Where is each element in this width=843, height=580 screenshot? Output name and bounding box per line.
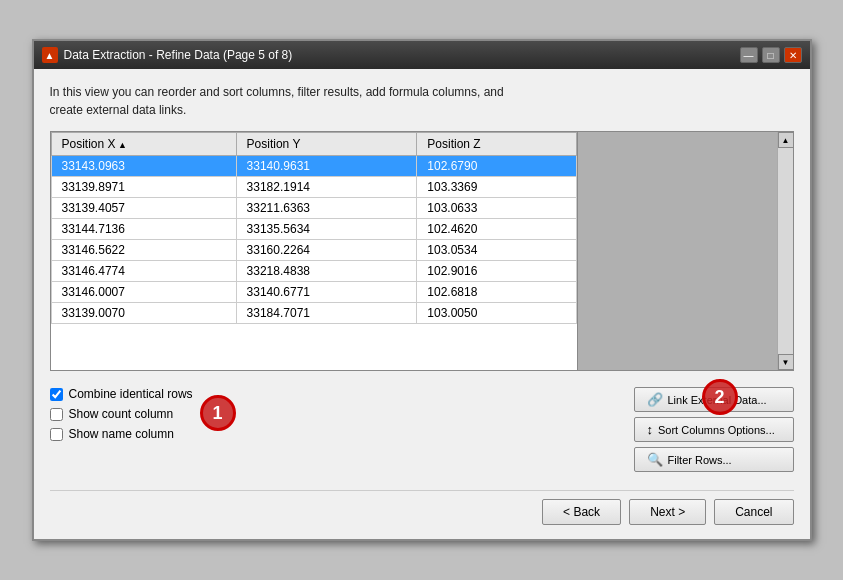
col-header-position-y[interactable]: Position Y xyxy=(236,133,417,156)
filter-rows-button[interactable]: 🔍 Filter Rows... xyxy=(634,447,794,472)
cell-r7-c1: 33184.7071 xyxy=(236,303,417,324)
link-icon: 🔗 xyxy=(647,392,663,407)
cell-r2-c0: 33139.4057 xyxy=(51,198,236,219)
cell-r2-c1: 33211.6363 xyxy=(236,198,417,219)
combine-identical-rows-label: Combine identical rows xyxy=(69,387,193,401)
right-buttons-group: 🔗 Link External Data... ↕ Sort Columns O… xyxy=(634,387,794,472)
checkboxes-group: Combine identical rows Show count column… xyxy=(50,387,193,441)
table-row[interactable]: 33146.562233160.2264103.0534 xyxy=(51,240,576,261)
titlebar: ▲ Data Extraction - Refine Data (Page 5 … xyxy=(34,41,810,69)
table-row[interactable]: 33139.007033184.7071103.0050 xyxy=(51,303,576,324)
cell-r3-c2: 102.4620 xyxy=(417,219,576,240)
empty-columns-area xyxy=(577,132,777,370)
app-icon: ▲ xyxy=(42,47,58,63)
combine-identical-rows-item[interactable]: Combine identical rows xyxy=(50,387,193,401)
description-line1: In this view you can reorder and sort co… xyxy=(50,83,794,101)
close-button[interactable]: ✕ xyxy=(784,47,802,63)
window-title: Data Extraction - Refine Data (Page 5 of… xyxy=(64,48,293,62)
next-button[interactable]: Next > xyxy=(629,499,706,525)
show-count-column-label: Show count column xyxy=(69,407,174,421)
titlebar-left: ▲ Data Extraction - Refine Data (Page 5 … xyxy=(42,47,293,63)
sort-icon: ↕ xyxy=(647,422,654,437)
sort-columns-label: Sort Columns Options... xyxy=(658,424,775,436)
show-count-column-checkbox[interactable] xyxy=(50,408,63,421)
maximize-button[interactable]: □ xyxy=(762,47,780,63)
cell-r1-c2: 103.3369 xyxy=(417,177,576,198)
cell-r2-c2: 103.0633 xyxy=(417,198,576,219)
cell-r7-c0: 33139.0070 xyxy=(51,303,236,324)
table-row[interactable]: 33139.897133182.1914103.3369 xyxy=(51,177,576,198)
table-row[interactable]: 33146.477433218.4838102.9016 xyxy=(51,261,576,282)
show-count-column-item[interactable]: Show count column xyxy=(50,407,193,421)
main-window: ▲ Data Extraction - Refine Data (Page 5 … xyxy=(32,39,812,541)
link-external-data-label: Link External Data... xyxy=(668,394,767,406)
scroll-down-button[interactable]: ▼ xyxy=(778,354,794,370)
cell-r0-c1: 33140.9631 xyxy=(236,156,417,177)
scroll-up-button[interactable]: ▲ xyxy=(778,132,794,148)
cell-r4-c1: 33160.2264 xyxy=(236,240,417,261)
minimize-button[interactable]: — xyxy=(740,47,758,63)
cell-r0-c2: 102.6790 xyxy=(417,156,576,177)
table-row[interactable]: 33139.405733211.6363103.0633 xyxy=(51,198,576,219)
cell-r4-c2: 103.0534 xyxy=(417,240,576,261)
data-table: Position X Position Y Position Z 33143.0… xyxy=(51,132,577,324)
back-button[interactable]: < Back xyxy=(542,499,621,525)
show-name-column-item[interactable]: Show name column xyxy=(50,427,193,441)
cell-r0-c0: 33143.0963 xyxy=(51,156,236,177)
cell-r6-c2: 102.6818 xyxy=(417,282,576,303)
navigation-buttons: < Back Next > Cancel xyxy=(50,490,794,525)
filter-icon: 🔍 xyxy=(647,452,663,467)
cell-r6-c1: 33140.6771 xyxy=(236,282,417,303)
filter-rows-label: Filter Rows... xyxy=(668,454,732,466)
table-header-row: Position X Position Y Position Z xyxy=(51,133,576,156)
combine-identical-rows-checkbox[interactable] xyxy=(50,388,63,401)
cell-r1-c1: 33182.1914 xyxy=(236,177,417,198)
footer-area: Combine identical rows Show count column… xyxy=(50,383,794,476)
checkboxes-wrapper: Combine identical rows Show count column… xyxy=(50,387,193,441)
col-header-position-x[interactable]: Position X xyxy=(51,133,236,156)
cell-r6-c0: 33146.0007 xyxy=(51,282,236,303)
show-name-column-checkbox[interactable] xyxy=(50,428,63,441)
cell-r5-c0: 33146.4774 xyxy=(51,261,236,282)
cell-r3-c0: 33144.7136 xyxy=(51,219,236,240)
show-name-column-label: Show name column xyxy=(69,427,174,441)
description-text: In this view you can reorder and sort co… xyxy=(50,83,794,119)
content-area: In this view you can reorder and sort co… xyxy=(34,69,810,539)
table-row[interactable]: 33146.000733140.6771102.6818 xyxy=(51,282,576,303)
data-table-area: Position X Position Y Position Z 33143.0… xyxy=(50,131,794,371)
description-line2: create external data links. xyxy=(50,101,794,119)
cancel-button[interactable]: Cancel xyxy=(714,499,793,525)
cell-r4-c0: 33146.5622 xyxy=(51,240,236,261)
col-header-position-z[interactable]: Position Z xyxy=(417,133,576,156)
sort-columns-options-button[interactable]: ↕ Sort Columns Options... xyxy=(634,417,794,442)
data-table-wrapper[interactable]: Position X Position Y Position Z 33143.0… xyxy=(51,132,577,370)
table-row[interactable]: 33143.096333140.9631102.6790 xyxy=(51,156,576,177)
right-buttons-wrapper: 🔗 Link External Data... ↕ Sort Columns O… xyxy=(634,387,794,472)
cell-r5-c1: 33218.4838 xyxy=(236,261,417,282)
table-row[interactable]: 33144.713633135.5634102.4620 xyxy=(51,219,576,240)
cell-r5-c2: 102.9016 xyxy=(417,261,576,282)
cell-r7-c2: 103.0050 xyxy=(417,303,576,324)
link-external-data-button[interactable]: 🔗 Link External Data... xyxy=(634,387,794,412)
cell-r3-c1: 33135.5634 xyxy=(236,219,417,240)
scroll-track[interactable] xyxy=(778,148,793,354)
vertical-scrollbar[interactable]: ▲ ▼ xyxy=(777,132,793,370)
annotation-circle-1: 1 xyxy=(200,395,236,431)
cell-r1-c0: 33139.8971 xyxy=(51,177,236,198)
titlebar-controls: — □ ✕ xyxy=(740,47,802,63)
